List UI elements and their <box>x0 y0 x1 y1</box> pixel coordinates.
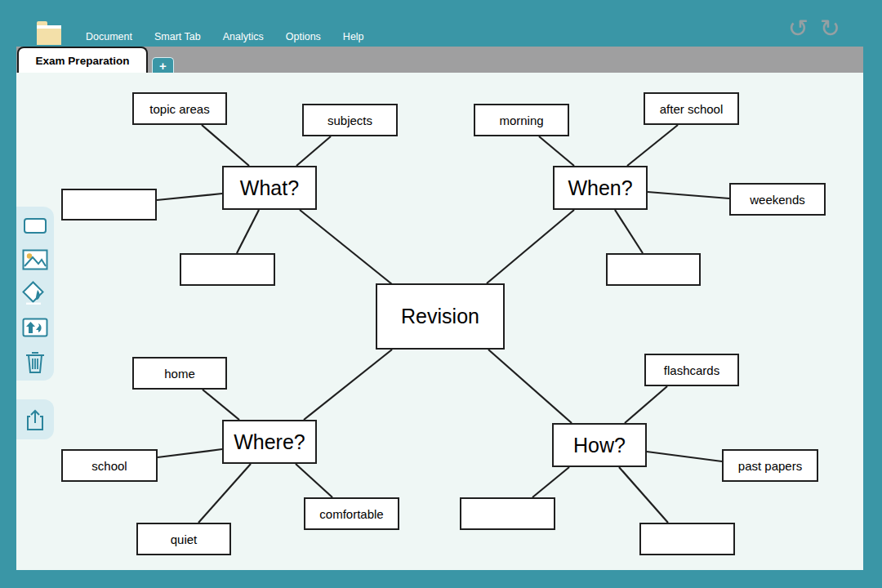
node-after-school[interactable]: after school <box>644 92 739 125</box>
share-panel <box>16 399 54 439</box>
menu-document[interactable]: Document <box>86 31 132 42</box>
edge-what-bottom-empty-what <box>237 210 259 253</box>
edge-how-how-left-empty <box>532 467 569 497</box>
menu-options[interactable]: Options <box>286 31 321 42</box>
menu-help[interactable]: Help <box>343 31 364 42</box>
menu-analytics[interactable]: Analytics <box>223 31 264 42</box>
edge-comfortable-where <box>296 464 332 497</box>
node-what-bottom-empty[interactable] <box>180 253 275 286</box>
edge-flashcards-how <box>625 386 667 423</box>
image-icon <box>22 249 48 270</box>
menubar: Document Smart Tab Analytics Options Hel… <box>86 31 364 42</box>
edge-school-where <box>158 449 222 457</box>
folder-icon-body <box>37 29 61 45</box>
export-icon <box>24 408 47 431</box>
node-morning[interactable]: morning <box>474 104 569 136</box>
node-school[interactable]: school <box>61 449 158 482</box>
new-tab-button[interactable]: + <box>152 57 174 73</box>
edge-home-where <box>203 390 239 420</box>
fill-tool-button[interactable] <box>20 279 50 309</box>
node-when-bottom-empty[interactable] <box>606 253 701 286</box>
edge-when-when-bottom-empty <box>615 210 643 253</box>
tools-panel <box>16 207 54 381</box>
flip-icon <box>22 318 48 337</box>
shape-tool-button[interactable] <box>20 212 50 241</box>
edge-topic-areas-what <box>202 125 249 166</box>
node-when[interactable]: When? <box>553 166 648 210</box>
node-weekends[interactable]: weekends <box>729 183 826 216</box>
delete-tool-button[interactable] <box>20 347 50 376</box>
edge-how-revision <box>488 350 572 423</box>
rectangle-shape-icon <box>24 218 47 234</box>
undo-icon[interactable]: ↺ <box>785 15 811 42</box>
mindmap-canvas[interactable]: RevisionWhat?When?Where?How?topic areass… <box>16 73 863 570</box>
node-home[interactable]: home <box>132 357 227 390</box>
node-how-right-empty[interactable] <box>639 523 735 555</box>
edge-after-school-when <box>627 125 678 166</box>
node-how-left-empty[interactable] <box>460 497 555 530</box>
export-tool-button[interactable] <box>20 405 50 434</box>
redo-icon[interactable]: ↻ <box>817 15 843 42</box>
node-revision[interactable]: Revision <box>376 283 505 350</box>
node-subjects[interactable]: subjects <box>302 104 398 136</box>
node-comfortable[interactable]: comfortable <box>304 497 399 530</box>
fill-bucket-icon <box>21 280 49 308</box>
tab-exam-preparation[interactable]: Exam Preparation <box>17 47 148 73</box>
flip-tool-button[interactable] <box>20 313 50 342</box>
app-folder-icon <box>37 21 61 45</box>
node-quiet[interactable]: quiet <box>136 523 231 555</box>
edge-when-revision <box>487 210 574 283</box>
edge-how-how-right-empty <box>619 467 668 523</box>
edge-morning-when <box>539 136 574 166</box>
trash-icon <box>24 350 47 374</box>
image-tool-button[interactable] <box>20 245 50 274</box>
edge-how-past-papers <box>647 452 722 461</box>
edge-quiet-where <box>198 464 251 523</box>
node-what[interactable]: What? <box>222 166 317 210</box>
history-controls: ↺ ↻ <box>785 15 843 42</box>
edge-what-left-empty-what <box>157 194 222 200</box>
edge-when-weekends <box>648 192 729 198</box>
node-topic-areas[interactable]: topic areas <box>132 92 227 125</box>
edge-subjects-what <box>296 136 331 166</box>
node-flashcards[interactable]: flashcards <box>644 354 739 386</box>
edge-what-revision <box>300 210 392 284</box>
menu-smart-tab[interactable]: Smart Tab <box>154 31 201 42</box>
node-how[interactable]: How? <box>552 423 647 467</box>
node-what-left-empty[interactable] <box>61 189 157 220</box>
node-past-papers[interactable]: past papers <box>722 449 818 482</box>
tab-strip: Exam Preparation + <box>16 47 863 73</box>
edge-where-revision <box>304 350 392 420</box>
node-where[interactable]: Where? <box>222 420 317 464</box>
